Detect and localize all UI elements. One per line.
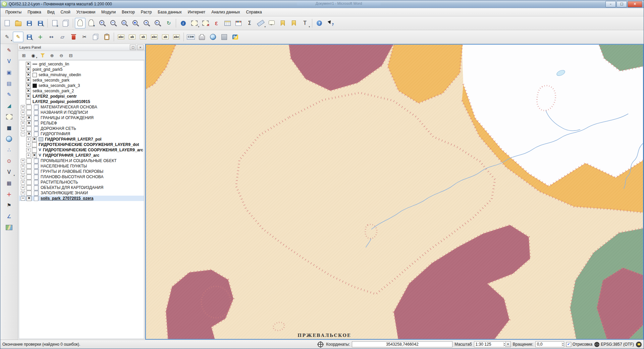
layer-row[interactable]: +×ГРАНИЦЫ И ОГРАЖДЕНИЯ (19, 115, 144, 120)
pin-labels-button[interactable]: ab (127, 32, 138, 42)
angle-tool-button[interactable]: ∠ (3, 211, 15, 221)
menu-item[interactable]: Вектор (119, 9, 138, 15)
layer-checkbox[interactable] (26, 158, 32, 163)
vertex-tool-button[interactable]: V▾ (3, 167, 15, 177)
change-label-button[interactable]: abc (171, 32, 182, 42)
layer-row[interactable]: +ГРУНТЫ И ЛАВОВЫЕ ПОКРОВЫ (19, 169, 144, 174)
layer-checkbox[interactable]: × (26, 196, 32, 201)
layer-checkbox[interactable] (26, 126, 32, 131)
minimize-button[interactable]: – (605, 1, 616, 7)
menu-item[interactable]: База данных (155, 9, 184, 15)
zoom-next-button[interactable]: ▸ (152, 18, 163, 29)
grid-tool-button[interactable]: ▦ (3, 178, 15, 188)
expander-icon[interactable]: + (26, 137, 31, 142)
show-bookmarks-button[interactable] (288, 18, 299, 29)
paste-features-button[interactable] (101, 32, 112, 42)
menu-item[interactable]: Справка (243, 9, 265, 15)
layer-checkbox[interactable] (26, 180, 32, 185)
expander-icon[interactable]: + (21, 196, 25, 201)
text-annotation-button[interactable]: T▾ (300, 18, 310, 29)
show-statistics-button[interactable]: Σ (244, 18, 255, 29)
pan-map-button[interactable] (75, 18, 86, 29)
label-options-button[interactable]: abc (116, 32, 126, 42)
layer-checkbox[interactable]: × (26, 83, 31, 88)
expander-icon[interactable]: + (26, 143, 31, 147)
open-project-button[interactable] (13, 18, 23, 29)
layer-checkbox[interactable]: × (26, 89, 31, 94)
layer-row[interactable]: +×РЕЛЬЕФ (19, 120, 144, 126)
expander-icon[interactable]: + (21, 186, 25, 190)
panel-close-button[interactable]: × (137, 45, 144, 50)
select-by-expression-button[interactable]: ε (211, 18, 222, 29)
layer-row[interactable]: +ГИДРОТЕХНИЧЕСКИЕ СООРУЖЕНИЯ_LAYER9_dot (19, 142, 144, 147)
menu-item[interactable]: Анализ данных (208, 9, 243, 15)
select-features-button[interactable]: ▾ (189, 18, 200, 29)
expander-icon[interactable]: + (21, 180, 25, 185)
deselect-features-button[interactable]: × (200, 18, 211, 29)
layer-row[interactable]: +ПЛАНОВО-ВЫСОТНАЯ ОСНОВА (19, 174, 144, 180)
rotate-label-button[interactable]: ab (160, 32, 171, 42)
layer-checkbox[interactable]: × (32, 137, 37, 142)
fan-tool-button[interactable]: ◢ (3, 101, 15, 111)
map-canvas[interactable]: .tk{fill:none;stroke:#d4807f;stroke-widt… (145, 44, 644, 340)
layer-checkbox[interactable] (32, 148, 37, 153)
layer-row[interactable]: ×setka_seconds_park (19, 78, 144, 83)
filter-legend-button[interactable] (38, 51, 47, 59)
move-feature-button[interactable]: ↔ (46, 32, 57, 42)
coordinates-input[interactable]: 3543258,7466042 (352, 341, 452, 347)
expander-icon[interactable]: + (21, 105, 25, 109)
menu-item[interactable]: Правка (24, 9, 44, 15)
layer-checkbox[interactable] (26, 105, 32, 110)
expander-icon[interactable]: + (21, 116, 25, 120)
move-label-button[interactable]: abc (149, 32, 160, 42)
save-project-as-button[interactable]: ✎ (35, 18, 46, 29)
layer-row[interactable]: ×point_grid_park5 (19, 67, 144, 72)
rotation-spinbox[interactable]: 0,0 ▴▾ (535, 341, 564, 347)
layer-row[interactable]: ×setka_minutnay_obedin (19, 72, 144, 78)
crosshair-tool-button[interactable]: + (3, 189, 15, 199)
cut-features-button[interactable]: ✂ (79, 32, 90, 42)
new-print-composer-button[interactable]: + (49, 18, 60, 29)
node-tool-button[interactable]: ▱ (57, 32, 68, 42)
layer-checkbox[interactable] (26, 174, 32, 180)
layer-row[interactable]: +×ГИДРОГРАФИЯ_LAYER7_pol (19, 137, 144, 142)
zoom-out-button[interactable]: − (108, 18, 119, 29)
layer-checkbox[interactable]: × (26, 132, 32, 137)
expander-icon[interactable]: + (26, 153, 31, 158)
plugin-placeholder-button[interactable] (219, 32, 229, 42)
remove-layer-button[interactable]: ⊟ (66, 51, 75, 59)
layer-row[interactable]: +ЗАПОЛНЯЮЩИЕ ЗНАКИ (19, 190, 144, 196)
expander-icon[interactable]: + (21, 159, 25, 163)
copy-features-button[interactable] (90, 32, 101, 42)
select-area-button[interactable] (3, 112, 15, 122)
layer-checkbox[interactable] (26, 164, 32, 169)
expander-icon[interactable]: + (21, 127, 25, 131)
layer-checkbox[interactable]: × (26, 121, 32, 126)
layer-row[interactable]: +РАСТИТЕЛЬНОСТЬ (19, 180, 144, 185)
save-layer-edits-button[interactable]: ✎ (24, 32, 35, 42)
layer-checkbox[interactable] (26, 191, 32, 196)
toggle-editing-button[interactable]: ✎ (13, 32, 23, 42)
layer-row[interactable]: +ДОРОЖНАЯ СЕТЬ (19, 126, 144, 131)
maximize-button[interactable]: □ (616, 1, 627, 7)
close-button[interactable]: × (628, 1, 642, 7)
layer-row[interactable]: ×LAYER2_podpisi_centr (19, 94, 144, 99)
point-marker-button[interactable]: ⊙ (3, 156, 15, 166)
layer-row[interactable]: +×VГИДРОГРАФИЯ_LAYER7_arc (19, 153, 144, 158)
vertex-markers-button[interactable]: ∴ (3, 145, 15, 155)
whats-this-button[interactable]: ? (325, 18, 336, 29)
new-bookmark-button[interactable]: + (277, 18, 288, 29)
add-group-button[interactable]: ⊞ (19, 51, 28, 59)
layer-row[interactable]: LAYER2_podpisi_point010915 (19, 99, 144, 104)
pan-to-selection-button[interactable]: ✦ (86, 18, 97, 29)
layer-row[interactable]: +ПРОМЫШЛЕН.И СОЦИАЛЬНЫЕ ОБЕКТ (19, 158, 144, 163)
layer-row[interactable]: −×ГИДРОГРАФИЯ (19, 131, 144, 137)
layer-row[interactable]: ×grid_seconds_lin (19, 61, 144, 67)
web-globe-button[interactable] (3, 134, 15, 144)
layer-row[interactable]: +НАЗВАНИЯ И ПОДПИСИ (19, 110, 144, 115)
layer-checkbox[interactable] (26, 185, 32, 190)
rotation-spinner[interactable]: ▴▾ (562, 342, 564, 346)
help-contents-button[interactable]: ? (314, 18, 325, 29)
layer-row[interactable]: +ОБЪЕКТЫ ДЛЯ КАРТОИЗДАНИЯ (19, 185, 144, 190)
save-project-button[interactable] (24, 18, 35, 29)
